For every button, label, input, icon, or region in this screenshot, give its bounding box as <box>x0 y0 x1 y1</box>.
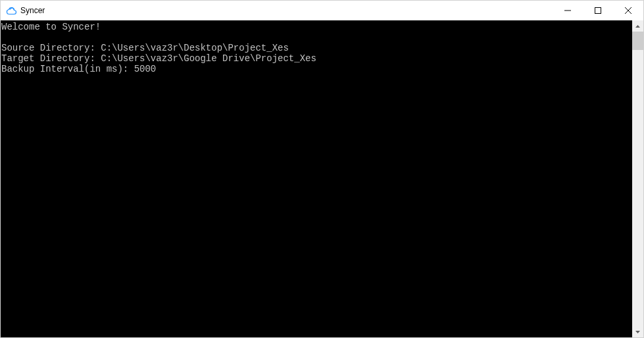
minimize-button[interactable] <box>553 1 583 20</box>
maximize-button[interactable] <box>583 1 613 20</box>
window-title: Syncer <box>20 6 45 15</box>
console-line: Source Directory: C:\Users\vaz3r\Desktop… <box>1 43 632 53</box>
client-area: Welcome to Syncer!Source Directory: C:\U… <box>1 20 643 337</box>
scroll-thumb[interactable] <box>632 32 643 50</box>
window-controls <box>553 1 643 20</box>
console-line <box>1 32 632 43</box>
scroll-up-arrow-icon[interactable] <box>632 20 643 32</box>
titlebar-left: Syncer <box>1 5 45 16</box>
console-line: Backup Interval(in ms): 5000 <box>1 64 632 74</box>
console-output: Welcome to Syncer!Source Directory: C:\U… <box>1 20 632 337</box>
vertical-scrollbar[interactable] <box>632 20 643 337</box>
svg-rect-0 <box>595 8 601 14</box>
scroll-down-arrow-icon[interactable] <box>632 326 643 337</box>
console-line: Target Directory: C:\Users\vaz3r\Google … <box>1 53 632 64</box>
console-line: Welcome to Syncer! <box>1 22 632 32</box>
window-titlebar: Syncer <box>1 1 643 20</box>
close-button[interactable] <box>613 1 643 20</box>
app-cloud-icon <box>6 5 16 16</box>
